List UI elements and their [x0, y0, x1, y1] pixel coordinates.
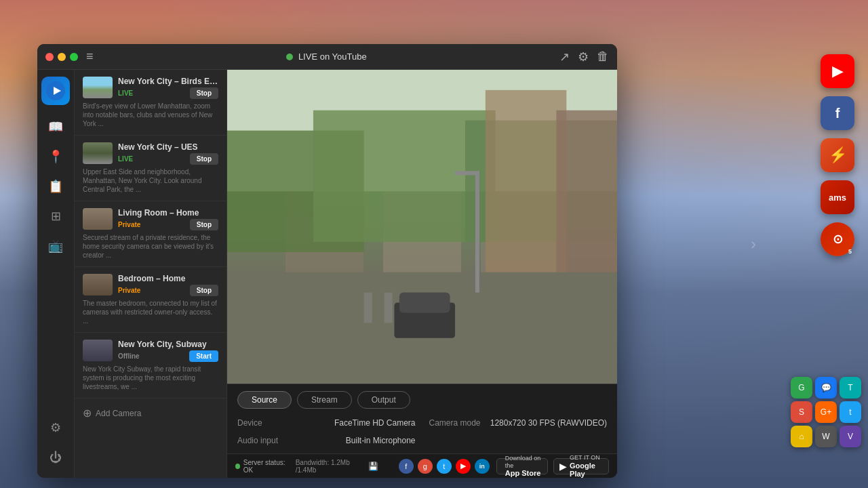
camera-status-3: Private: [118, 221, 140, 228]
screen-icon: 📺: [48, 239, 63, 253]
sidebar-item-location[interactable]: 📍: [42, 143, 69, 170]
dock-youtube-icon[interactable]: ▶: [821, 54, 854, 88]
camera-status-1: LIVE: [118, 89, 133, 97]
delete-button[interactable]: 🗑: [597, 49, 609, 64]
store-badges: Download on the App Store ▶ GET IT ON Go…: [496, 458, 609, 474]
camera-name-1: New York City – Birds Eye: [118, 77, 218, 86]
camera-stop-btn-3[interactable]: Stop: [190, 219, 218, 230]
camera-status-4: Private: [118, 287, 140, 294]
camera-item-living-room[interactable]: Living Room – Home Private Stop Secured …: [75, 201, 226, 267]
camera-thumb-1: [83, 77, 113, 98]
right-dock: ▶ f ⚡ ams ⊙ 5: [821, 54, 854, 256]
facebook-logo: f: [835, 106, 840, 121]
svg-rect-13: [475, 171, 479, 292]
device-value: FaceTime HD Camera: [334, 418, 416, 428]
live-label: LIVE on YouTube: [298, 52, 367, 62]
app-store-badge[interactable]: Download on the App Store: [496, 458, 548, 474]
google-play-badge[interactable]: ▶ GET IT ON Google Play: [553, 458, 609, 474]
camera-thumb-5: [83, 340, 113, 361]
camera-thumb-2: [83, 142, 113, 164]
camera-mode-label: Camera mode: [429, 418, 481, 428]
add-camera-label: Add Camera: [96, 409, 141, 418]
sidebar-item-library[interactable]: 📖: [42, 113, 69, 140]
camera-stop-btn-2[interactable]: Stop: [190, 153, 218, 165]
camera-status-5: Offline: [118, 352, 140, 360]
device-label: Device: [237, 418, 262, 428]
social-linkedin[interactable]: in: [475, 459, 490, 474]
social-twitter[interactable]: t: [437, 459, 452, 474]
grid-icon: ⊞: [51, 209, 61, 224]
tab-row: Source Stream Output: [237, 391, 607, 409]
mini-icon-4[interactable]: S: [791, 401, 812, 423]
tab-stream[interactable]: Stream: [297, 391, 352, 409]
settings-button[interactable]: ⚙: [578, 49, 589, 64]
s5-label: ⊙: [833, 232, 843, 247]
live-dot: [286, 54, 293, 60]
audio-input-value: Built-in Microphone: [346, 436, 416, 445]
youtube-logo: ▶: [832, 62, 844, 80]
mini-icon-7[interactable]: ⌂: [791, 426, 812, 447]
lightning-logo: ⚡: [829, 146, 847, 164]
dock-s5-icon[interactable]: ⊙ 5: [821, 222, 854, 256]
status-bar: Server status: OK Bandwidth: 1.2Mb /1.4M…: [227, 453, 617, 478]
sidebar: 📖 📍 📋 ⊞ 📺 ⚙ ⏻: [37, 70, 75, 478]
camera-item-nyc-birds[interactable]: New York City – Birds Eye LIVE Stop Bird…: [75, 70, 226, 136]
add-camera-button[interactable]: ⊕ Add Camera: [75, 399, 226, 428]
mini-icon-8[interactable]: W: [815, 426, 837, 447]
sidebar-logo[interactable]: [41, 77, 70, 105]
mini-icon-1[interactable]: G: [791, 377, 812, 399]
svg-rect-9: [364, 293, 372, 323]
location-icon: 📍: [48, 149, 63, 164]
status-dot: [235, 464, 240, 469]
social-youtube[interactable]: ▶: [456, 459, 471, 474]
disk-icon: 💾: [368, 462, 378, 471]
street-scene: [227, 70, 617, 384]
close-button[interactable]: [45, 53, 54, 61]
settings-icon: ⚙: [578, 50, 589, 64]
camera-stop-btn-4[interactable]: Stop: [190, 285, 218, 296]
camera-desc-1: Bird's-eye view of Lower Manhattan, zoom…: [83, 102, 218, 128]
dock-lightning-icon[interactable]: ⚡: [821, 138, 854, 172]
audio-input-label: Audio input: [237, 436, 278, 445]
dock-ams-icon[interactable]: ams: [821, 180, 854, 214]
tab-source[interactable]: Source: [237, 391, 292, 409]
mini-icon-2[interactable]: 💬: [815, 377, 837, 399]
status-text: Server status: OK: [243, 459, 289, 474]
sidebar-item-grid[interactable]: ⊞: [42, 203, 69, 230]
trash-icon: 🗑: [597, 49, 609, 63]
sidebar-item-power[interactable]: ⏻: [42, 444, 69, 471]
mini-icon-6[interactable]: t: [840, 401, 861, 423]
camera-name-4: Bedroom – Home: [118, 274, 218, 283]
share-button[interactable]: ↗: [559, 49, 570, 64]
mini-icon-9[interactable]: V: [840, 426, 861, 447]
google-play-name: Google Play: [570, 462, 603, 478]
camera-name-2: New York City – UES: [118, 142, 218, 152]
title-bar: ≡ LIVE on YouTube ↗ ⚙ 🗑: [37, 44, 617, 70]
sidebar-item-screen[interactable]: 📺: [42, 232, 69, 260]
camera-item-nyc-ues[interactable]: New York City – UES LIVE Stop Upper East…: [75, 136, 226, 201]
camera-start-btn-5[interactable]: Start: [189, 350, 218, 362]
minimize-button[interactable]: [58, 53, 66, 61]
menu-button[interactable]: ≡: [86, 49, 94, 64]
mini-icon-5[interactable]: G+: [815, 401, 837, 423]
camera-name-5: New York City, Subway: [118, 340, 218, 349]
dock-facebook-icon[interactable]: f: [821, 96, 854, 130]
settings-gear-icon: ⚙: [50, 420, 61, 435]
camera-item-subway[interactable]: New York City, Subway Offline Start New …: [75, 333, 226, 399]
social-facebook[interactable]: f: [399, 459, 414, 474]
camera-stop-btn-1[interactable]: Stop: [190, 87, 218, 99]
camera-name-3: Living Room – Home: [118, 208, 218, 218]
camera-item-bedroom[interactable]: Bedroom – Home Private Stop The master b…: [75, 267, 226, 333]
app-window: ≡ LIVE on YouTube ↗ ⚙ 🗑: [37, 44, 617, 478]
maximize-button[interactable]: [70, 53, 78, 61]
sidebar-item-list[interactable]: 📋: [42, 173, 69, 200]
video-preview: [227, 70, 617, 384]
youtube-social-logo: ▶: [460, 462, 466, 470]
social-google[interactable]: g: [418, 459, 433, 474]
mini-icon-3[interactable]: T: [840, 377, 861, 399]
sidebar-item-settings[interactable]: ⚙: [42, 414, 69, 441]
tab-output[interactable]: Output: [357, 391, 410, 409]
camera-mode-value: 868x488 30 FPS (RAWVIDEO): [490, 418, 607, 428]
svg-rect-14: [455, 171, 479, 175]
camera-thumb-4: [83, 274, 113, 296]
